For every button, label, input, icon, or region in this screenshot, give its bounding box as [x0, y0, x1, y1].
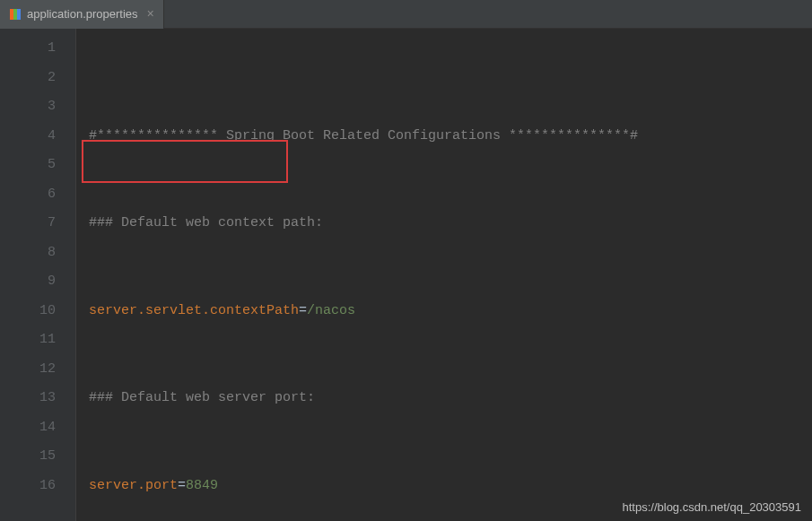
gutter: 1 2 3 4 5 6 7 8 9 10 11 12 13 14 15 16: [0, 29, 76, 521]
code-line: server.port=8849: [89, 472, 812, 501]
watermark: https://blog.csdn.net/qq_20303591: [623, 500, 802, 514]
line-number: 4: [0, 122, 56, 152]
line-number: 12: [0, 355, 56, 385]
tab-bar: application.properties ×: [0, 0, 812, 29]
line-number: 10: [0, 297, 56, 326]
svg-rect-2: [17, 9, 21, 20]
code-line: ### Default web context path:: [89, 209, 812, 239]
line-number: 7: [0, 209, 56, 239]
line-number: 16: [0, 472, 56, 501]
line-number: 3: [0, 92, 56, 122]
close-icon[interactable]: ×: [147, 7, 154, 22]
code-line: ### Default web server port:: [89, 384, 812, 413]
line-number: 11: [0, 326, 56, 355]
line-number: 14: [0, 413, 56, 443]
tab-filename: application.properties: [27, 7, 138, 21]
line-number: 6: [0, 180, 56, 210]
line-number: 1: [0, 34, 56, 64]
line-number: 15: [0, 442, 56, 472]
line-number: 9: [0, 267, 56, 297]
line-number: 13: [0, 384, 56, 413]
properties-file-icon: [9, 8, 22, 21]
svg-rect-1: [13, 9, 17, 20]
line-number: 5: [0, 151, 56, 180]
svg-rect-0: [10, 9, 13, 20]
line-number: 8: [0, 239, 56, 268]
editor: 1 2 3 4 5 6 7 8 9 10 11 12 13 14 15 16 #…: [0, 29, 812, 521]
code-area[interactable]: #*************** Spring Boot Related Con…: [76, 29, 812, 521]
code-line: server.servlet.contextPath=/nacos: [89, 297, 812, 326]
code-line: #*************** Spring Boot Related Con…: [89, 122, 812, 152]
tab-application-properties[interactable]: application.properties ×: [0, 0, 164, 29]
line-number: 2: [0, 64, 56, 93]
